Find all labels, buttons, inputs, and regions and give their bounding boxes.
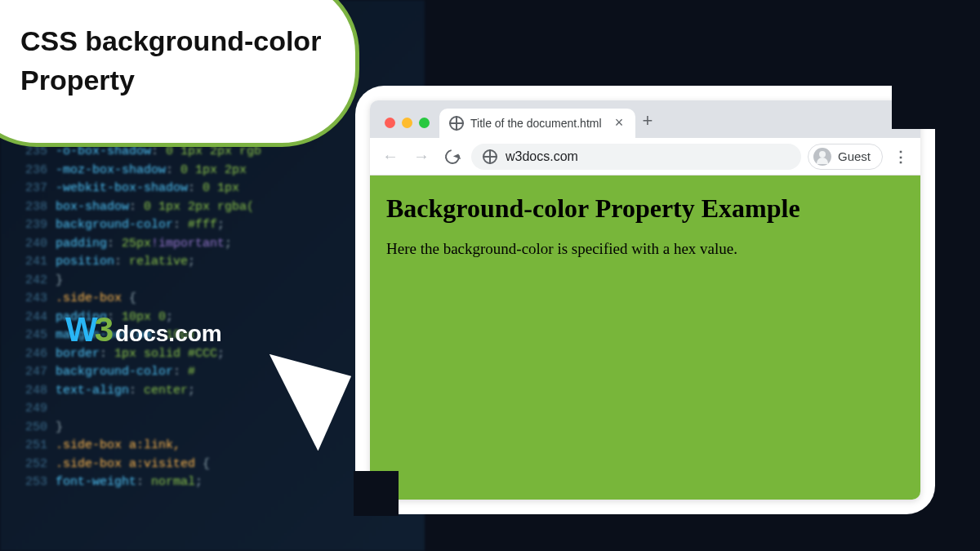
tab-close-icon[interactable]: × (612, 117, 626, 130)
w3docs-logo: W 3 docs.com (65, 310, 222, 349)
close-window-icon[interactable] (385, 118, 395, 128)
url-text: w3docs.com (506, 149, 578, 164)
back-button[interactable]: ← (378, 144, 403, 169)
title-bubble: CSS background-color Property (0, 0, 359, 147)
globe-icon (483, 149, 497, 164)
browser-menu-button[interactable]: ⋮ (889, 148, 912, 166)
profile-button[interactable]: Guest (808, 144, 883, 170)
tab-title: Title of the document.html (470, 117, 602, 130)
reload-icon (442, 146, 462, 167)
page-title: CSS background-color Property (20, 22, 355, 100)
reload-button[interactable] (440, 144, 465, 169)
maximize-window-icon[interactable] (419, 118, 430, 128)
browser-mockup-frame: Title of the document.html × + ← → w3doc… (355, 86, 935, 514)
traffic-lights (380, 118, 439, 138)
logo-text: docs.com (115, 321, 222, 347)
logo-3: 3 (95, 310, 114, 349)
corner-decoration (892, 84, 937, 129)
corner-decoration (354, 471, 399, 516)
guest-label: Guest (838, 149, 871, 163)
example-heading: Background-color Property Example (386, 193, 904, 224)
globe-icon (449, 116, 464, 131)
browser-window: Title of the document.html × + ← → w3doc… (370, 100, 920, 500)
minimize-window-icon[interactable] (402, 118, 412, 128)
browser-toolbar: ← → w3docs.com Guest ⋮ (370, 138, 920, 176)
address-bar[interactable]: w3docs.com (471, 144, 801, 170)
logo-w: W (65, 310, 96, 349)
forward-button[interactable]: → (409, 144, 434, 169)
browser-tab[interactable]: Title of the document.html × (439, 109, 635, 138)
avatar-icon (813, 148, 831, 166)
example-paragraph: Here the background-color is specified w… (386, 240, 904, 258)
page-content: Background-color Property Example Here t… (370, 176, 920, 500)
tab-bar: Title of the document.html × + (370, 100, 920, 138)
new-tab-button[interactable]: + (635, 110, 660, 138)
